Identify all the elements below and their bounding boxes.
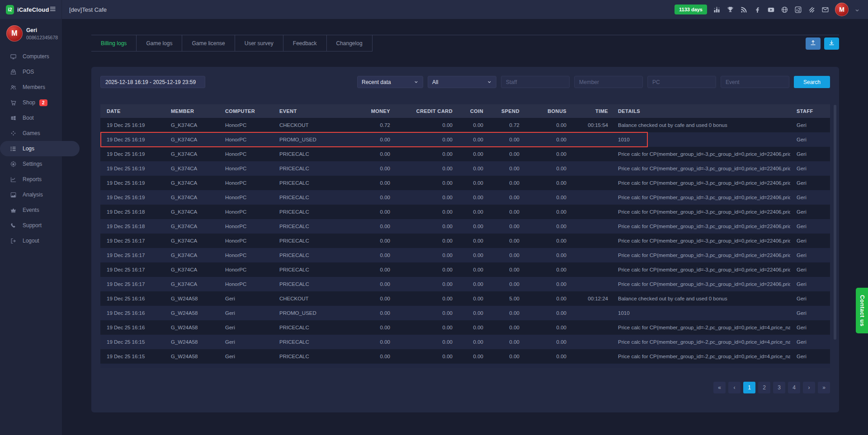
pagination-button[interactable]: 4 [788,382,800,393]
date-range-input[interactable] [100,76,205,88]
sidebar-item-logout[interactable]: Logout [0,233,62,248]
cell-spend: 0.00 [486,320,522,335]
cell-bonus: 0.00 [522,234,569,248]
chevron-down-icon[interactable] [854,7,860,12]
cell-member: G_K374CA [165,262,219,277]
cell-event: CHECKOUT [273,118,357,132]
ranking-icon[interactable] [713,6,721,14]
cell-details: Price calc for CP(member_group_id=-3,pc_… [611,277,790,291]
topbar: i2 iCafeCloud [dev]Test Cafe 1133 days M [0,0,868,19]
facebook-icon[interactable] [754,6,761,14]
cell-member: G_K374CA [165,234,219,248]
recent-data-select[interactable]: Recent data [357,76,423,88]
cell-credit-card: 0.00 [393,262,455,277]
tab-user-survey[interactable]: User survey [235,35,283,51]
cell-member: G_K374CA [165,118,219,132]
pagination-button[interactable]: 1 [743,382,755,393]
cell-staff: Geri [790,132,830,147]
icafe-icon[interactable] [794,6,802,14]
cell-staff: Geri [790,205,830,219]
cell-bonus: 0.00 [522,291,569,306]
cell-time [569,364,611,368]
cell-time [569,262,611,277]
cell-credit-card: 0.00 [393,364,455,368]
cell-bonus: 0.00 [522,277,569,291]
brand-icon[interactable] [808,6,816,14]
tab-billing-logs[interactable]: Billing logs [91,35,137,51]
rss-icon[interactable] [740,6,748,14]
sidebar-item-logs[interactable]: Logs [0,141,80,156]
pagination-button[interactable]: 2 [758,382,770,393]
pc-input[interactable] [647,76,716,88]
mail-icon[interactable] [821,6,829,14]
download-button[interactable] [824,37,839,50]
cell-credit-card: 0.00 [393,161,455,176]
sidebar-avatar[interactable]: M [6,25,23,42]
tab-changelog[interactable]: Changelog [327,35,373,51]
sidebar-item-members[interactable]: Members [0,80,62,95]
sidebar-item-shop[interactable]: Shop 2 [0,95,62,110]
cell-time [569,132,611,147]
youtube-icon[interactable] [767,6,775,14]
cell-member: G_W24A58 [165,320,219,335]
cell-credit-card: 0.00 [393,291,455,306]
event-input[interactable] [721,76,789,88]
sidebar-item-settings[interactable]: Settings [0,156,62,172]
sidebar-item-boot[interactable]: Boot [0,110,62,126]
cell-date: 19 Dec 25 16:16 [100,306,165,320]
days-badge[interactable]: 1133 days [675,5,707,14]
table-row: 19 Dec 25 16:17G_K374CAHonorPCPRICECALC0… [100,262,830,277]
cafe-title: [dev]Test Cafe [69,6,107,13]
cell-computer: Geri [219,335,273,349]
sidebar-item-reports[interactable]: Reports [0,172,62,187]
cell-time [569,306,611,320]
table-row: 19 Dec 25 16:19G_K374CAHonorPCPRICECALC0… [100,190,830,205]
hamburger-menu-icon[interactable] [49,5,56,14]
pagination-button[interactable]: » [818,382,830,393]
user-avatar[interactable]: M [835,3,849,16]
pagination-button[interactable]: ‹ [728,382,741,393]
sidebar-item-analysis[interactable]: Analysis [0,187,62,202]
cell-member: G_K374CA [165,190,219,205]
cell-event: CHECKOUT [273,291,357,306]
cell-computer: HonorPC [219,234,273,248]
tabstrip: Billing logsGame logsGame licenseUser su… [91,35,839,51]
cell-spend: 0.00 [486,190,522,205]
tab-game-license[interactable]: Game license [182,35,235,51]
table-scrollbar[interactable] [834,105,836,340]
cell-staff: Geri [790,248,830,262]
event-type-select[interactable]: All [428,76,496,88]
pagination-button[interactable]: « [713,382,726,393]
sidebar-item-games[interactable]: Games [0,126,62,141]
cell-bonus: 0.00 [522,176,569,190]
sidebar-item-support[interactable]: Support [0,218,62,233]
cell-coin: 0.00 [455,147,486,161]
search-button[interactable]: Search [794,76,830,88]
tab-game-logs[interactable]: Game logs [137,35,182,51]
pagination-button[interactable]: › [803,382,815,393]
cell-money: 0.00 [357,364,393,368]
column-date: DATE [100,104,165,118]
chevron-down-icon [414,80,419,84]
upload-button[interactable] [806,37,821,50]
cell-money: 0.00 [357,219,393,234]
cell-bonus: 0.00 [522,349,569,364]
table-row: 19 Dec 25 16:19G_K374CAHonorPCPROMO_USED… [100,132,830,147]
cell-money: 0.00 [357,147,393,161]
tab-feedback[interactable]: Feedback [283,35,327,51]
pagination-button[interactable]: 3 [773,382,785,393]
trophy-icon[interactable] [726,6,734,14]
globe-icon[interactable] [781,6,788,14]
staff-input[interactable] [501,76,570,88]
column-bonus: BONUS [522,104,569,118]
sidebar-item-computers[interactable]: Computers [0,49,62,64]
cell-spend: 5.00 [486,291,522,306]
cell-computer: Geri [219,349,273,364]
cell-computer: HonorPC [219,190,273,205]
upload-icon [810,39,816,47]
member-input[interactable] [574,76,643,88]
sidebar-item-events[interactable]: Events [0,202,62,218]
contact-us-tab[interactable]: Contact us [856,288,868,333]
sidebar-item-pos[interactable]: POS [0,64,62,80]
cell-money: 0.00 [357,306,393,320]
